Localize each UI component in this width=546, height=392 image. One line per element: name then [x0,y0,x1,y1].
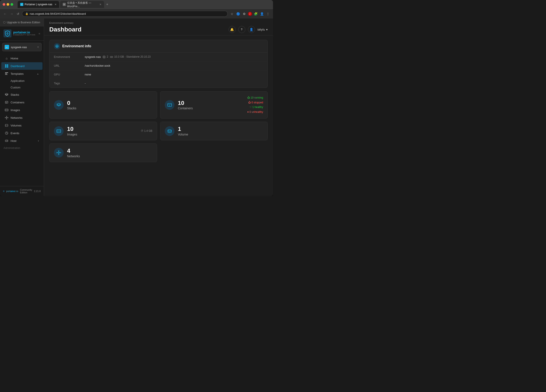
tab-wordpress-close[interactable]: ✕ [99,3,101,6]
tab-portainer-icon: 🐳 [20,3,23,6]
browser-nav: ← → ↺ 🔒 nas.osgeek.link:9443/#!/2/docker… [0,9,273,19]
sidebar-item-volumes[interactable]: Volumes [1,122,42,129]
sidebar-item-containers[interactable]: Containers [1,98,42,106]
main-content: Environment summary Dashboard 🔔 ? 👤 [44,19,273,196]
containers-stopped-count: 0 stopped [251,101,263,104]
containers-running-stat: ⏻ 10 running [247,95,263,100]
env-label-gpu: GPU [54,73,85,76]
footer-portainer-icon [3,189,4,193]
host-icon [5,139,8,143]
portainer-logo-icon [4,29,12,37]
upgrade-label: Upgrade to Business Edition [7,21,40,24]
stacks-card-icon [54,100,64,110]
svg-rect-40 [111,57,112,57]
page-title-row: Dashboard 🔔 ? 👤 billyfu ▾ [49,26,268,33]
volumes-card-icon [165,126,175,136]
close-button[interactable] [3,3,5,6]
sidebar-item-dashboard[interactable]: Dashboard [1,62,42,70]
env-selector-close[interactable]: ✕ [37,46,39,49]
user-profile-icon[interactable]: 👤 [259,12,264,16]
sidebar-item-events[interactable]: Events [1,129,42,137]
sidebar-templates-label: Templates [11,72,34,75]
volumes-label: Volume [178,133,263,136]
env-value-environment: sysgeek-nas 2 [85,55,151,59]
profile-avatar-button[interactable]: 👤 [248,26,255,33]
env-label-tags: Tags [54,82,85,85]
sidebar-item-custom[interactable]: Custom [1,84,42,91]
env-info-title: Environment info [62,44,91,48]
svg-point-53 [60,152,61,153]
browser-titlebar: 🐳 Portainer | sysgeek-nas ✕ ⚙ 仪表盘 • 系统极客… [0,0,273,9]
user-menu-button[interactable]: billyfu ▾ [258,28,268,31]
browser-tabs: 🐳 Portainer | sysgeek-nas ✕ ⚙ 仪表盘 • 系统极客… [18,1,229,8]
env-selector[interactable]: 🐳 sysgeek-nas ✕ [2,43,42,51]
minimize-button[interactable] [6,3,9,6]
address-text: nas.osgeek.link:9443/#!/2/docker/dashboa… [30,12,86,15]
env-info-icon [54,43,60,49]
help-button[interactable]: ? [238,26,245,33]
svg-rect-7 [5,73,7,74]
extension-3-icon[interactable]: 2 [248,12,252,16]
back-button[interactable]: ← [3,11,7,17]
sidebar-item-home[interactable]: ⌂ Home [1,55,42,62]
containers-unhealthy-stat: ♥ 0 unhealthy [247,110,263,115]
notifications-icon: 🔔 [230,28,234,31]
header-actions: 🔔 ? 👤 billyfu ▾ [228,26,268,33]
browser-nav-actions: ☆ 🔵 ⚙ 2 🧩 👤 ⋮ [229,12,270,16]
sidebar-item-host[interactable]: Host ▾ [1,137,42,144]
sidebar-collapse-button[interactable]: « [39,32,40,35]
images-icon [5,108,8,112]
extension-1-icon[interactable]: 🔵 [236,12,240,16]
tab-portainer-close[interactable]: ✕ [55,3,57,6]
username-label: billyfu [258,28,265,31]
svg-rect-10 [5,109,8,111]
host-chevron-icon: ▾ [38,140,39,142]
env-selector-icon: 🐳 [5,45,9,49]
env-meta-cpus: 2 [103,55,108,59]
refresh-button[interactable]: ↺ [16,11,20,17]
new-tab-button[interactable]: + [105,2,110,7]
images-card[interactable]: 10 Images ⏱ 1.4 GB [49,122,157,140]
sidebar-item-application[interactable]: Application [1,78,42,84]
page-title: Dashboard [49,26,81,33]
forward-button[interactable]: → [9,11,14,17]
extension-2-icon[interactable]: ⚙ [242,12,247,16]
images-stats: ⏱ 1.4 GB [141,129,152,134]
volumes-icon [5,124,8,127]
svg-rect-6 [5,72,8,73]
bookmark-icon[interactable]: ☆ [229,12,234,16]
stacks-card-info: 0 Stacks [67,100,152,110]
containers-stopped-stat: ⏻ 0 stopped [247,100,263,105]
upgrade-banner[interactable]: ⬡ Upgrade to Business Edition [0,19,44,26]
address-bar[interactable]: 🔒 nas.osgeek.link:9443/#!/2/docker/dashb… [22,11,228,17]
sidebar-dashboard-label: Dashboard [11,65,39,68]
tab-portainer[interactable]: 🐳 Portainer | sysgeek-nas ✕ [18,1,59,8]
sidebar-item-networks[interactable]: Networks [1,114,42,121]
maximize-button[interactable] [11,3,13,6]
sidebar-stacks-label: Stacks [11,93,39,96]
more-options-icon[interactable]: ⋮ [266,12,270,16]
sidebar-images-label: Images [11,108,39,112]
tab-wordpress-icon: ⚙ [63,3,66,6]
containers-card-icon [165,100,175,110]
env-selector-name: sysgeek-nas [11,46,35,49]
networks-card[interactable]: 4 Networks [49,144,157,162]
sidebar-events-label: Events [11,131,39,135]
sidebar-item-templates[interactable]: Templates ▲ [1,70,42,78]
notifications-button[interactable]: 🔔 [228,26,236,33]
stacks-card[interactable]: 0 Stacks [49,91,157,118]
extensions-icon[interactable]: 🧩 [253,12,258,16]
logo-content: portainer.io COMMUNITY EDITION [4,29,35,37]
tab-wordpress[interactable]: ⚙ 仪表盘 • 系统极客 — WordPre... ✕ [60,1,104,8]
user-chevron-icon: ▾ [266,28,268,31]
images-card-info: 10 Images [67,126,137,136]
containers-card[interactable]: 10 Containers ⏻ 10 running ⏻ 0 stopped [160,91,268,118]
tab-portainer-label: Portainer | sysgeek-nas [25,3,52,6]
volumes-card[interactable]: 1 Volume [160,122,268,140]
networks-icon [5,116,8,119]
networks-count: 4 [67,148,152,154]
svg-point-28 [6,141,6,141]
sidebar-item-images[interactable]: Images [1,106,42,114]
logo-name: portainer.io [13,31,35,34]
sidebar-item-stacks[interactable]: Stacks [1,91,42,98]
